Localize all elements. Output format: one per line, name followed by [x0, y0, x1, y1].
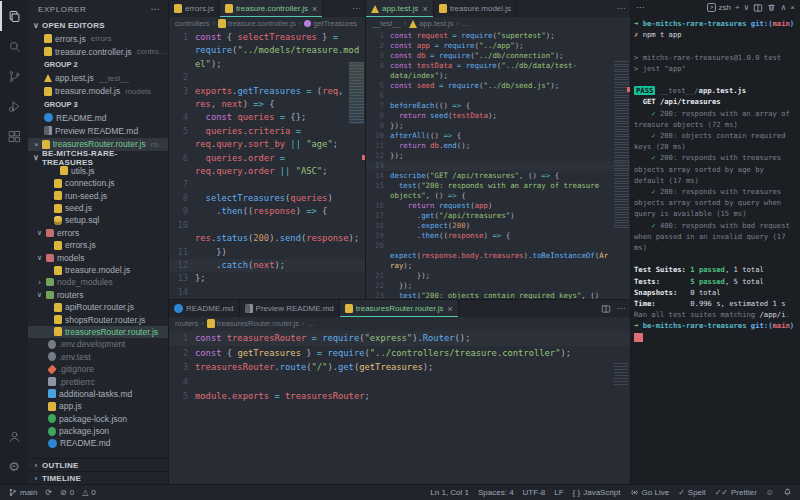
- code-line[interactable]: 6 queries.order = req.query.order || "AS…: [169, 152, 365, 179]
- split-icon[interactable]: [601, 304, 611, 314]
- breadcrumb-item[interactable]: controllers: [175, 19, 210, 28]
- breadcrumb-item[interactable]: treasuresRouter.router.js: [207, 319, 299, 328]
- code-line[interactable]: 3const db = require("../db/connection");: [366, 51, 630, 61]
- status-feedback[interactable]: ☺: [766, 488, 774, 497]
- breadcrumb-item[interactable]: routers: [175, 319, 198, 328]
- code-line[interactable]: 5module.exports = treasuresRouter;: [169, 389, 630, 404]
- tree-file-app-js[interactable]: app.js: [28, 400, 168, 412]
- outline-header[interactable]: › OUTLINE: [28, 458, 168, 471]
- tree-file-additional-tasks-md[interactable]: additional-tasks.md: [28, 388, 168, 400]
- code-line[interactable]: 14describe("GET /api/treasures", () => {: [366, 171, 630, 181]
- chevron-up-icon[interactable]: ∧: [780, 3, 786, 12]
- close-icon[interactable]: ×: [34, 140, 39, 149]
- code-editor-router[interactable]: 1const treasuresRouter = require("expres…: [169, 330, 630, 484]
- code-line[interactable]: 12 .catch(next);: [169, 259, 365, 272]
- split-icon[interactable]: [753, 3, 763, 13]
- code-line[interactable]: 12});: [366, 151, 630, 161]
- code-line[interactable]: 10 res.status(200).send(response);: [169, 219, 365, 246]
- code-line[interactable]: 6: [366, 91, 630, 101]
- tab-errors-js[interactable]: errors.js: [169, 0, 220, 17]
- open-editor-item[interactable]: Preview README.md: [28, 124, 168, 137]
- code-line[interactable]: 17 .get("/api/treasures"): [366, 211, 630, 221]
- files-icon[interactable]: [0, 1, 28, 31]
- terminal-output[interactable]: ➜ be-mitchs-rare-treasures git:(main)✗ n…: [631, 15, 800, 484]
- code-line[interactable]: 2const app = require("../app");: [366, 41, 630, 51]
- code-line[interactable]: 15 test("200: responds with an array of …: [366, 181, 630, 201]
- code-line[interactable]: 18 .expect(200): [366, 221, 630, 231]
- code-line[interactable]: 7beforeEach(() => {: [366, 101, 630, 111]
- status-prettier[interactable]: ✓✓Prettier: [715, 488, 757, 497]
- minimap[interactable]: [614, 61, 629, 299]
- breadcrumb-item[interactable]: treasure.controller.js: [218, 19, 296, 28]
- tree-folder-errors[interactable]: ∨errors: [28, 227, 168, 239]
- tree-file-setup-sql[interactable]: setup.sql: [28, 214, 168, 226]
- code-line[interactable]: 13: [366, 161, 630, 171]
- search-icon[interactable]: [0, 31, 28, 61]
- ellipsis-icon[interactable]: ⋯: [617, 304, 625, 313]
- status-0[interactable]: △0: [82, 488, 96, 497]
- code-line[interactable]: 1const treasuresRouter = require("expres…: [169, 331, 630, 346]
- close-icon[interactable]: ×: [422, 4, 427, 14]
- tree-file-errors-js[interactable]: errors.js: [28, 239, 168, 251]
- code-line[interactable]: 16 return request(app): [366, 201, 630, 211]
- breadcrumb-item[interactable]: __test__: [372, 19, 401, 28]
- open-editors-header[interactable]: ∨ OPEN EDITORS: [28, 18, 168, 32]
- tab-treasure-controller-js[interactable]: treasure.controller.js×: [220, 0, 323, 17]
- tree-file--prettierrc[interactable]: .prettierrc: [28, 375, 168, 387]
- code-line[interactable]: 21 });: [366, 271, 630, 281]
- status-0[interactable]: ⊘0: [60, 488, 74, 497]
- breadcrumb-item[interactable]: …: [307, 319, 315, 328]
- code-line[interactable]: 23 test("200: objects contain required k…: [366, 291, 630, 299]
- chevron-down-icon[interactable]: ∨: [744, 3, 750, 12]
- tree-file-connection-js[interactable]: connection.js: [28, 177, 168, 189]
- code-line[interactable]: 4: [169, 375, 630, 390]
- tab-treasure-model-js[interactable]: treasure.model.js: [434, 0, 517, 17]
- trash-icon[interactable]: [767, 3, 776, 12]
- settings-icon[interactable]: ⚙: [0, 451, 28, 481]
- code-line[interactable]: 22 });: [366, 281, 630, 291]
- code-line[interactable]: 2: [169, 71, 365, 84]
- add-icon[interactable]: +: [735, 3, 740, 12]
- code-editor-controller[interactable]: 1const { selectTreasures } = require("..…: [169, 30, 365, 299]
- tree-file-run-seed-js[interactable]: run-seed.js: [28, 189, 168, 201]
- tree-file-package-lock-json[interactable]: package-lock.json: [28, 413, 168, 425]
- minimap[interactable]: [349, 62, 364, 124]
- project-header[interactable]: ∨ BE-MITCHS-RARE-TREASURES: [28, 151, 168, 165]
- tree-file--env-development[interactable]: .env.development: [28, 338, 168, 350]
- close-icon[interactable]: ×: [790, 3, 795, 12]
- open-editor-item[interactable]: app.test.js__test__: [28, 72, 168, 85]
- tree-file--env-test[interactable]: .env.test: [28, 351, 168, 363]
- code-line[interactable]: 10afterAll(() => {: [366, 131, 630, 141]
- code-line[interactable]: 3treasuresRouter.route("/").get(getTreas…: [169, 360, 630, 375]
- close-icon[interactable]: ×: [447, 304, 452, 314]
- status-main[interactable]: main: [8, 488, 37, 497]
- code-line[interactable]: 20 expect(response.body.treasures).toBeI…: [366, 241, 630, 271]
- status-spaces-4[interactable]: Spaces: 4: [478, 488, 514, 497]
- tree-file-seed-js[interactable]: seed.js: [28, 202, 168, 214]
- ellipsis-icon[interactable]: ⋯: [617, 4, 625, 13]
- status-bell[interactable]: [783, 488, 792, 497]
- code-line[interactable]: 14: [169, 286, 365, 299]
- status-javascript[interactable]: { }JavaScript: [573, 488, 621, 497]
- close-icon[interactable]: ×: [312, 4, 317, 14]
- code-line[interactable]: 3exports.getTreasures = (req, res, next)…: [169, 85, 365, 112]
- tree-file-treasuresrouter-router-js[interactable]: treasuresRouter.router.js: [28, 326, 168, 338]
- tree-file-treasure-model-js[interactable]: treasure.model.js: [28, 264, 168, 276]
- account-icon[interactable]: [0, 421, 28, 451]
- minimap[interactable]: [614, 363, 628, 387]
- status-ln-1-col-1[interactable]: Ln 1, Col 1: [430, 488, 469, 497]
- open-editor-item[interactable]: treasure.model.jsmodels: [28, 85, 168, 98]
- debug-icon[interactable]: [0, 91, 28, 121]
- code-line[interactable]: 13};: [169, 272, 365, 285]
- tree-file-utils-js[interactable]: utils.js: [28, 165, 168, 177]
- code-line[interactable]: 2const { getTreasures } = require("../co…: [169, 346, 630, 361]
- source-control-icon[interactable]: [0, 61, 28, 91]
- tree-file-package-json[interactable]: package.json: [28, 425, 168, 437]
- ellipsis-icon[interactable]: ⋯: [352, 4, 360, 13]
- tab-app-test-js[interactable]: app.test.js×: [366, 0, 434, 17]
- timeline-header[interactable]: › TIMELINE: [28, 471, 168, 484]
- tree-file-readme-md[interactable]: README.md: [28, 437, 168, 449]
- tab-preview-readme-md[interactable]: Preview README.md: [240, 300, 340, 317]
- tree-folder-node-modules[interactable]: ›node_modules: [28, 276, 168, 288]
- code-line[interactable]: 8 selectTreasures(queries): [169, 192, 365, 205]
